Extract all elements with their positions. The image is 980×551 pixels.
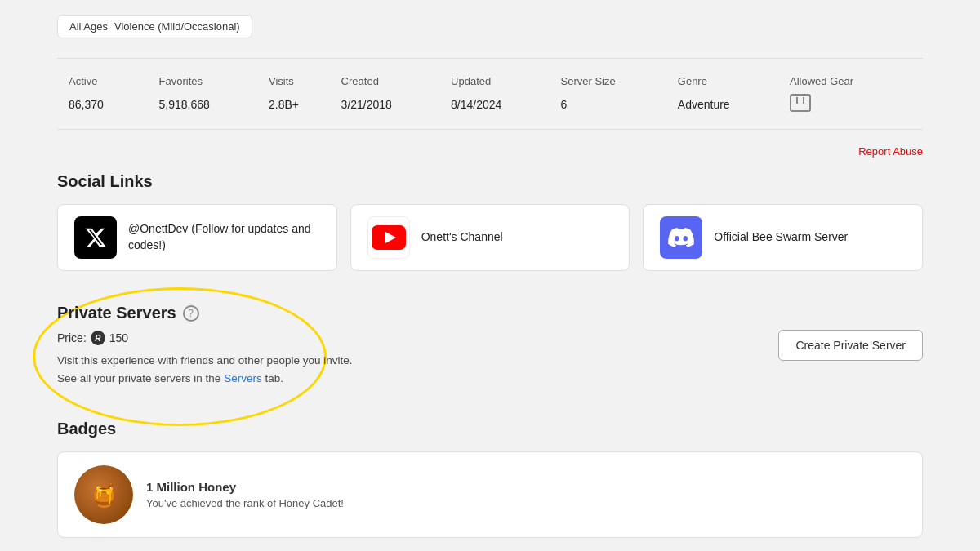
social-card-twitter[interactable]: @OnettDev (Follow for updates and codes!… bbox=[57, 204, 337, 271]
divider-stats bbox=[57, 129, 923, 130]
x-icon bbox=[74, 216, 117, 259]
col-active: Active bbox=[57, 70, 159, 91]
badges-title: Badges bbox=[57, 420, 923, 438]
social-links-title: Social Links bbox=[57, 172, 923, 191]
badge-desc: You've achieved the rank of Honey Cadet! bbox=[146, 497, 344, 509]
stat-active: 86,370 bbox=[57, 91, 159, 121]
private-servers-header: Private Servers ? bbox=[57, 304, 778, 322]
social-links-section: Social Links @OnettDev (Follow for updat… bbox=[57, 172, 923, 271]
col-allowed-gear: Allowed Gear bbox=[790, 70, 923, 91]
allowed-gear-icon bbox=[790, 94, 811, 112]
private-servers-desc: Visit this experience with friends and o… bbox=[57, 352, 778, 387]
report-abuse-link[interactable]: Report Abuse bbox=[858, 145, 923, 158]
stat-visits: 2.8B+ bbox=[269, 91, 341, 121]
price-row: Price: 150 bbox=[57, 331, 778, 345]
twitter-label: @OnettDev (Follow for updates and codes!… bbox=[128, 221, 320, 253]
divider-top bbox=[57, 58, 923, 59]
robux-icon bbox=[91, 331, 105, 345]
private-servers-left: Private Servers ? Price: 150 Visit this … bbox=[57, 304, 778, 387]
col-server-size: Server Size bbox=[560, 70, 677, 91]
desc-line1: Visit this experience with friends and o… bbox=[57, 354, 352, 367]
col-favorites: Favorites bbox=[159, 70, 269, 91]
stat-allowed-gear bbox=[790, 91, 923, 121]
stat-genre: Adventure bbox=[678, 91, 790, 121]
private-servers-section: Private Servers ? Price: 150 Visit this … bbox=[57, 295, 923, 395]
col-created: Created bbox=[341, 70, 451, 91]
content-descriptor: Violence (Mild/Occasional) bbox=[114, 20, 240, 33]
badge-image bbox=[74, 465, 133, 524]
private-servers-row: Private Servers ? Price: 150 Visit this … bbox=[57, 304, 923, 387]
discord-label: Official Bee Swarm Server bbox=[714, 229, 848, 246]
youtube-icon bbox=[368, 216, 410, 259]
private-servers-title: Private Servers bbox=[57, 304, 176, 322]
price-value: 150 bbox=[109, 331, 128, 344]
stat-favorites: 5,918,668 bbox=[159, 91, 269, 121]
report-row: Report Abuse bbox=[57, 138, 923, 172]
desc-suffix: tab. bbox=[265, 372, 283, 384]
discord-icon bbox=[660, 216, 702, 259]
price-label: Price: bbox=[57, 331, 87, 344]
badge-name: 1 Million Honey bbox=[146, 480, 344, 494]
badge-info: 1 Million Honey You've achieved the rank… bbox=[146, 480, 344, 509]
stats-table: Active Favorites Visits Created Updated … bbox=[57, 70, 923, 121]
youtube-label: Onett's Channel bbox=[421, 229, 503, 246]
private-servers-inner: Private Servers ? Price: 150 Visit this … bbox=[57, 304, 923, 387]
social-card-youtube[interactable]: Onett's Channel bbox=[350, 204, 630, 271]
social-links-grid: @OnettDev (Follow for updates and codes!… bbox=[57, 204, 923, 271]
badge-card: 1 Million Honey You've achieved the rank… bbox=[57, 451, 923, 538]
age-rating-label: All Ages bbox=[69, 20, 108, 33]
col-visits: Visits bbox=[269, 70, 341, 91]
social-card-discord[interactable]: Official Bee Swarm Server bbox=[643, 204, 923, 271]
stat-updated: 8/14/2024 bbox=[451, 91, 560, 121]
desc-line2: See all your private servers in the bbox=[57, 372, 220, 384]
stat-created: 3/21/2018 bbox=[341, 91, 451, 121]
help-icon[interactable]: ? bbox=[183, 305, 199, 322]
age-rating-badge: All Ages Violence (Mild/Occasional) bbox=[57, 15, 252, 38]
col-genre: Genre bbox=[678, 70, 790, 91]
create-private-server-button[interactable]: Create Private Server bbox=[778, 330, 923, 361]
col-updated: Updated bbox=[451, 70, 560, 91]
badges-section: Badges 1 Million Honey You've achieved t… bbox=[57, 420, 923, 538]
servers-tab-link[interactable]: Servers bbox=[224, 372, 262, 384]
stat-server-size: 6 bbox=[560, 91, 677, 121]
